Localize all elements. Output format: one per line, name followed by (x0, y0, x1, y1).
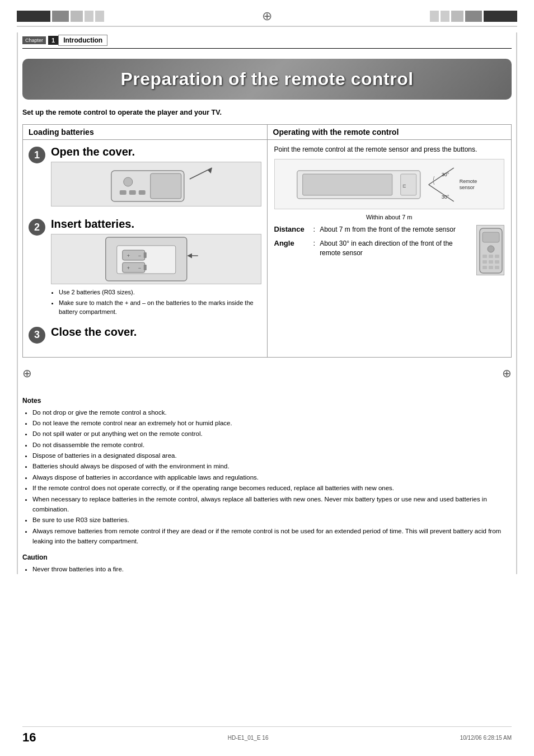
step-2-note-2: Make sure to match the + and – on the ba… (59, 298, 261, 317)
step-2-number: 2 (29, 219, 45, 236)
svg-rect-32 (483, 255, 487, 258)
step-2: 2 Insert batteries. (29, 218, 261, 318)
step-1-title: Open the cover. (51, 145, 261, 158)
step-3: 3 Close the cover. (29, 326, 261, 344)
bar-block-1 (17, 11, 50, 22)
footer-content: 16 HD-E1_01_E 16 10/12/06 6:28:15 AM (22, 730, 512, 745)
step-2-image: + − + − (51, 234, 261, 284)
step-1: 1 Open the cover. (29, 145, 261, 210)
svg-text:30°: 30° (441, 194, 449, 200)
svg-text:+: + (127, 253, 130, 259)
two-column-section: Loading batteries 1 Open the cover. (22, 124, 512, 358)
svg-rect-6 (129, 190, 136, 195)
notes-section: Notes Do not drop or give the remote con… (22, 397, 512, 574)
operating-remote-header: Operating with the remote control (268, 125, 512, 140)
within-label: Within about 7 m (274, 214, 505, 220)
remote-small-image (476, 225, 504, 275)
top-decorative-bar: ⊕ (0, 0, 534, 22)
svg-text:sensor: sensor (459, 185, 474, 190)
svg-rect-30 (483, 232, 499, 242)
distance-colon: : (313, 225, 316, 233)
battery-diagram-svg: + − + − (51, 234, 261, 284)
footer-line (22, 726, 512, 727)
footer-date: 10/12/06 6:28:15 AM (460, 735, 512, 741)
step-1-content: Open the cover. (51, 145, 261, 210)
page-title: Preparation of the remote control (34, 69, 500, 90)
subtitle-text: Set up the remote control to operate the… (22, 109, 512, 116)
note-item-4: Do not disassemble the remote control. (32, 440, 512, 450)
bar-block-8 (451, 11, 463, 22)
note-item-2: Do not leave the remote control near an … (32, 418, 512, 428)
svg-rect-11 (144, 252, 147, 258)
bottom-crosshair-markers: ⊕ ⊕ (22, 362, 512, 384)
svg-rect-1 (151, 173, 181, 199)
right-crosshair-icon: ⊕ (502, 367, 512, 380)
angle-colon: : (313, 239, 316, 247)
step-3-content: Close the cover. (51, 326, 261, 342)
operating-description: Point the remote control at the remote s… (274, 145, 505, 153)
angle-label: Angle (274, 239, 313, 247)
svg-rect-7 (139, 190, 146, 195)
svg-rect-15 (144, 265, 147, 270)
remote-small-svg (477, 226, 505, 276)
note-item-8: If the remote control does not operate c… (32, 483, 512, 493)
chapter-label-text: Chapter (22, 36, 46, 44)
svg-text:+: + (127, 265, 130, 271)
loading-batteries-header: Loading batteries (23, 125, 267, 140)
svg-rect-34 (495, 255, 499, 258)
step-2-note-1: Use 2 batteries (R03 sizes). (59, 288, 261, 297)
svg-rect-20 (302, 174, 392, 195)
note-item-5: Dispose of batteries in a designated dis… (32, 450, 512, 461)
top-bar-left-blocks (17, 11, 104, 22)
note-item-11: Always remove batteries from remote cont… (32, 526, 512, 547)
svg-text:Remote: Remote (459, 179, 477, 184)
steps-area: 1 Open the cover. (23, 140, 267, 357)
svg-rect-10 (123, 250, 145, 260)
step-2-content: Insert batteries. + (51, 218, 261, 318)
svg-point-4 (124, 177, 133, 186)
page-number: 16 (22, 730, 36, 745)
caution-list: Never throw batteries into a fire. (22, 564, 512, 574)
note-item-3: Do not spill water or put anything wet o… (32, 429, 512, 439)
right-vertical-line (516, 32, 517, 574)
operating-remote-column: Operating with the remote control Point … (268, 125, 512, 357)
step-3-title: Close the cover. (51, 326, 261, 339)
chapter-title: Introduction (58, 35, 107, 46)
svg-text:−: − (138, 265, 141, 271)
bar-block-10 (484, 11, 517, 22)
svg-point-31 (488, 246, 494, 252)
caution-title: Caution (22, 553, 512, 561)
distance-angle-text: Distance : About 7 m from the front of t… (274, 225, 468, 275)
distance-text: About 7 m from the front of the remote s… (320, 225, 467, 234)
chapter-header: Chapter 1 Introduction (22, 32, 512, 49)
note-item-10: Be sure to use R03 size batteries. (32, 515, 512, 525)
svg-rect-38 (483, 266, 487, 269)
bar-block-4 (85, 11, 93, 22)
top-bar-right-blocks (430, 11, 517, 22)
loading-batteries-column: Loading batteries 1 Open the cover. (23, 125, 268, 357)
bar-block-6 (430, 11, 439, 22)
svg-rect-37 (495, 260, 499, 264)
step-1-number: 1 (29, 147, 45, 163)
top-separator-line (17, 26, 517, 27)
page-content: Chapter 1 Introduction Preparation of th… (0, 32, 534, 574)
note-item-1: Do not drop or give the remote control a… (32, 407, 512, 417)
main-title-box: Preparation of the remote control (22, 59, 512, 100)
step-2-notes: Use 2 batteries (R03 sizes). Make sure t… (51, 288, 261, 317)
note-item-7: Always dispose of batteries in accordanc… (32, 472, 512, 482)
note-item-6: Batteries should always be disposed of w… (32, 461, 512, 471)
bar-block-2 (52, 11, 69, 22)
svg-text:−: − (138, 253, 141, 259)
svg-rect-40 (495, 266, 499, 269)
svg-rect-39 (489, 266, 493, 269)
chapter-number: 1 (48, 36, 58, 45)
angle-text: About 30° in each direction of the front… (320, 239, 467, 258)
distance-label: Distance (274, 225, 313, 233)
right-column-content: Point the remote control at the remote s… (268, 140, 512, 281)
svg-rect-35 (483, 260, 487, 264)
footer-filename: HD-E1_01_E 16 (228, 735, 269, 741)
sensor-svg: ⊏ 30° 30° Remote sensor (275, 159, 504, 210)
top-crosshair: ⊕ (262, 10, 272, 22)
caution-item-1: Never throw batteries into a fire. (32, 564, 512, 574)
svg-rect-36 (489, 260, 493, 264)
